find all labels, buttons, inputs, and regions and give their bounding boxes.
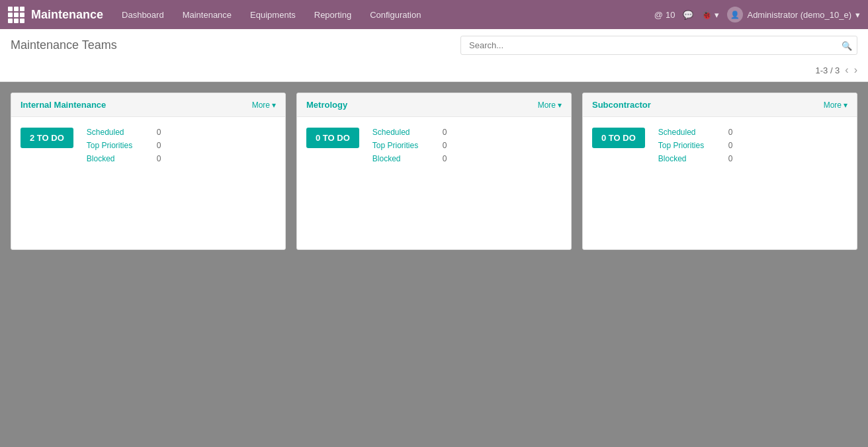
avatar: 👤 (727, 7, 743, 22)
pagination-prev[interactable]: ‹ (845, 64, 848, 76)
app-brand[interactable]: Maintenance (8, 7, 103, 23)
stat-label-1[interactable]: Top Priorities (87, 141, 146, 150)
card-header: Subcontractor More ▾ (583, 93, 857, 117)
card-metrology: Metrology More ▾ 0 TO DO Scheduled 0 Top… (296, 93, 572, 250)
stat-row: Scheduled 0 (372, 128, 447, 137)
menu-reporting[interactable]: Reporting (306, 6, 359, 24)
search-input[interactable] (460, 36, 857, 55)
pagination-next[interactable]: › (854, 64, 857, 76)
todo-button[interactable]: 2 TO DO (21, 128, 73, 148)
main-menu: Dashboard Maintenance Equipments Reporti… (114, 6, 644, 24)
card-more-button[interactable]: More ▾ (538, 101, 562, 110)
stat-row: Blocked 0 (87, 154, 161, 163)
stat-value-2: 0 (157, 154, 161, 163)
stat-label-2[interactable]: Blocked (658, 154, 718, 163)
card-more-button[interactable]: More ▾ (252, 101, 276, 110)
stats-list: Scheduled 0 Top Priorities 0 Blocked 0 (372, 128, 447, 163)
stat-value-2: 0 (728, 154, 733, 163)
menu-dashboard[interactable]: Dashboard (114, 6, 172, 24)
stat-label-2[interactable]: Blocked (372, 154, 432, 163)
search-container: 🔍 (460, 36, 857, 55)
page-title: Maintenance Teams (11, 38, 453, 52)
subheader: Maintenance Teams 🔍 1-3 / 3 ‹ › (0, 29, 868, 82)
stat-row: Scheduled 0 (87, 128, 161, 137)
top-right-actions: @ 10 💬 🐞 ▾ 👤 Administrator (demo_10_e) ▾ (654, 7, 860, 22)
user-menu[interactable]: 👤 Administrator (demo_10_e) ▾ (727, 7, 860, 22)
search-icon[interactable]: 🔍 (842, 40, 852, 50)
stat-label-1[interactable]: Top Priorities (372, 141, 432, 150)
chevron-down-icon: ▾ (844, 101, 847, 110)
stat-label-2[interactable]: Blocked (87, 154, 146, 163)
stat-value-0: 0 (157, 128, 161, 137)
card-body: 0 TO DO Scheduled 0 Top Priorities 0 Blo… (297, 117, 571, 249)
chevron-down-icon: ▾ (715, 10, 719, 20)
stat-row: Top Priorities 0 (658, 141, 733, 150)
todo-button[interactable]: 0 TO DO (306, 128, 359, 148)
stat-value-1: 0 (443, 141, 447, 150)
todo-button[interactable]: 0 TO DO (592, 128, 645, 148)
app-title: Maintenance (31, 8, 103, 22)
notifications-badge[interactable]: @ 10 (654, 10, 675, 20)
stat-row: Top Priorities 0 (87, 141, 161, 150)
stat-row: Scheduled 0 (658, 128, 733, 137)
card-subcontractor: Subcontractor More ▾ 0 TO DO Scheduled 0… (582, 93, 857, 250)
chat-icon-btn[interactable]: 💬 (683, 10, 693, 20)
top-navigation: Maintenance Dashboard Maintenance Equipm… (0, 0, 868, 29)
cards-grid: Internal Maintenance More ▾ 2 TO DO Sche… (11, 93, 857, 250)
main-content: Internal Maintenance More ▾ 2 TO DO Sche… (0, 82, 868, 447)
chevron-down-icon: ▾ (272, 101, 276, 110)
card-title: Internal Maintenance (21, 100, 106, 110)
stat-value-2: 0 (443, 154, 447, 163)
card-internal-maintenance: Internal Maintenance More ▾ 2 TO DO Sche… (11, 93, 286, 250)
card-title: Subcontractor (592, 100, 651, 110)
stat-label-0[interactable]: Scheduled (658, 128, 718, 137)
at-icon: @ (654, 10, 663, 20)
grid-icon[interactable] (8, 7, 24, 23)
card-header: Metrology More ▾ (297, 93, 571, 117)
menu-configuration[interactable]: Configuration (362, 6, 429, 24)
card-title: Metrology (306, 100, 347, 110)
stat-value-1: 0 (157, 141, 161, 150)
menu-maintenance[interactable]: Maintenance (175, 6, 239, 24)
bug-icon: 🐞 (701, 10, 712, 20)
card-more-button[interactable]: More ▾ (824, 101, 847, 110)
stat-label-0[interactable]: Scheduled (87, 128, 146, 137)
card-body: 0 TO DO Scheduled 0 Top Priorities 0 Blo… (583, 117, 857, 249)
chat-icon: 💬 (683, 10, 693, 20)
card-header: Internal Maintenance More ▾ (11, 93, 285, 117)
pagination-bar: 1-3 / 3 ‹ › (11, 61, 857, 81)
menu-equipments[interactable]: Equipments (242, 6, 304, 24)
stat-row: Blocked 0 (372, 154, 447, 163)
user-name: Administrator (demo_10_e) (747, 10, 851, 20)
stat-value-0: 0 (728, 128, 733, 137)
stats-list: Scheduled 0 Top Priorities 0 Blocked 0 (658, 128, 733, 163)
chevron-down-icon: ▾ (558, 101, 562, 110)
stat-label-1[interactable]: Top Priorities (658, 141, 718, 150)
stat-value-0: 0 (443, 128, 447, 137)
pagination-info: 1-3 / 3 (815, 65, 840, 75)
stat-label-0[interactable]: Scheduled (372, 128, 432, 137)
stats-list: Scheduled 0 Top Priorities 0 Blocked 0 (87, 128, 161, 163)
bug-icon-btn[interactable]: 🐞 ▾ (701, 10, 719, 20)
stat-row: Top Priorities 0 (372, 141, 447, 150)
user-chevron-icon: ▾ (855, 10, 860, 20)
stat-row: Blocked 0 (658, 154, 733, 163)
card-body: 2 TO DO Scheduled 0 Top Priorities 0 Blo… (11, 117, 285, 249)
notifications-count: 10 (666, 10, 675, 20)
stat-value-1: 0 (728, 141, 733, 150)
